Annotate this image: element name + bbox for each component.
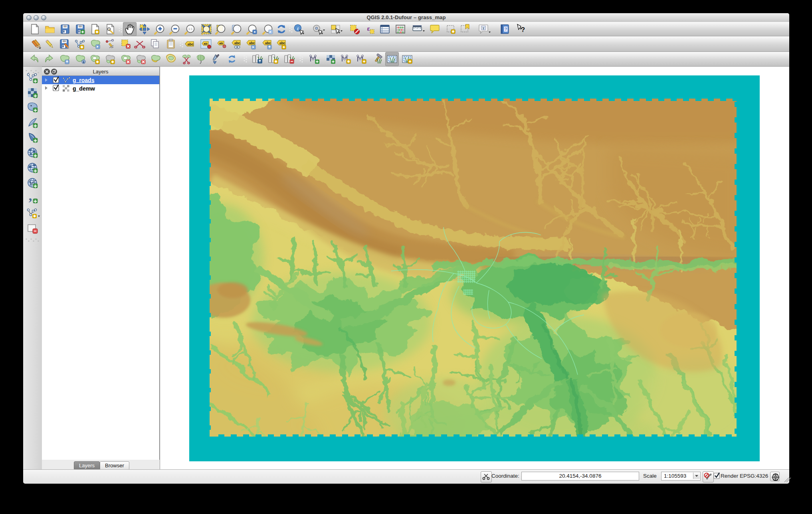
svg-text:abc: abc xyxy=(234,41,240,45)
svg-text:?: ? xyxy=(521,26,525,34)
svg-text:ab: ab xyxy=(204,42,207,45)
svg-text:T: T xyxy=(483,27,485,30)
svg-text:abc: abc xyxy=(279,41,285,45)
svg-text:1:1: 1:1 xyxy=(188,27,192,31)
svg-text:ab: ab xyxy=(219,42,223,45)
svg-text:abc: abc xyxy=(265,41,271,45)
svg-text:ε: ε xyxy=(367,25,370,32)
svg-text:abc: abc xyxy=(249,41,255,45)
svg-text:abc: abc xyxy=(187,42,194,46)
svg-text:?: ? xyxy=(505,27,507,32)
svg-text:g_demw: g_demw xyxy=(73,85,95,92)
svg-text:,: , xyxy=(29,188,32,203)
svg-text:g_roads: g_roads xyxy=(73,77,95,83)
